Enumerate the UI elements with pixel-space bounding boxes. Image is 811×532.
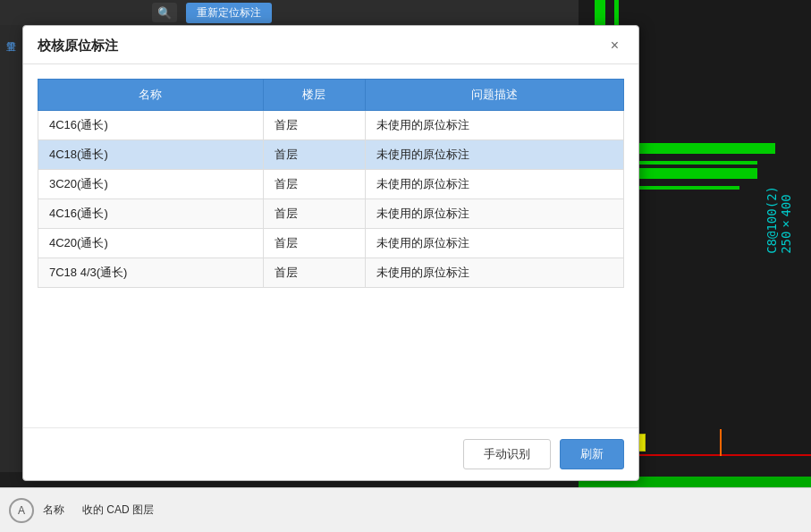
table-header-row: 名称 楼层 问题描述 [38, 80, 624, 111]
cell-floor: 首层 [263, 229, 365, 258]
cell-floor: 首层 [263, 170, 365, 199]
bottom-bar: A 名称 收的 CAD 图层 [0, 487, 811, 532]
cell-name: 7C18 4/3(通长) [38, 258, 264, 288]
cad-orange-line [720, 429, 722, 456]
dialog-title: 校核原位标注 [38, 38, 118, 55]
cell-issue: 未使用的原位标注 [366, 229, 624, 258]
cell-name: 4C18(通长) [38, 140, 264, 170]
table-row[interactable]: 4C16(通长)首层未使用的原位标注 [38, 111, 624, 140]
dialog-footer: 手动识别 刷新 [23, 427, 638, 480]
dialog-overlay: 校核原位标注 × 名称 楼层 问题描述 4C16(通长)首层未使用的原位标注4C… [22, 25, 639, 481]
cell-floor: 首层 [263, 258, 365, 288]
circle-badge: A [9, 498, 34, 523]
table-row[interactable]: 4C20(通长)首层未使用的原位标注 [38, 229, 624, 258]
table-row[interactable]: 7C18 4/3(通长)首层未使用的原位标注 [38, 258, 624, 288]
cell-issue: 未使用的原位标注 [366, 170, 624, 199]
cell-issue: 未使用的原位标注 [366, 140, 624, 170]
cell-name: 4C16(通长) [38, 199, 264, 229]
table-row[interactable]: 3C20(通长)首层未使用的原位标注 [38, 170, 624, 199]
cell-name: 3C20(通长) [38, 170, 264, 199]
cell-name: 4C20(通长) [38, 229, 264, 258]
table-row[interactable]: 4C18(通长)首层未使用的原位标注 [38, 140, 624, 170]
refresh-button[interactable]: 刷新 [560, 439, 624, 469]
cell-floor: 首层 [263, 199, 365, 229]
cell-issue: 未使用的原位标注 [366, 199, 624, 229]
cell-floor: 首层 [263, 111, 365, 140]
cad-annotation-text: C8@100(2) 250×400 [765, 179, 793, 254]
cell-issue: 未使用的原位标注 [366, 111, 624, 140]
dialog-titlebar: 校核原位标注 × [23, 26, 638, 64]
col-header-floor: 楼层 [263, 80, 365, 111]
data-table: 名称 楼层 问题描述 4C16(通长)首层未使用的原位标注4C18(通长)首层未… [38, 79, 624, 288]
bottom-col-1: 名称 [43, 502, 64, 518]
table-row[interactable]: 4C16(通长)首层未使用的原位标注 [38, 199, 624, 229]
cell-floor: 首层 [263, 140, 365, 170]
col-header-issue: 问题描述 [366, 80, 624, 111]
sidebar-link[interactable]: 里管 [0, 25, 22, 43]
manual-recognize-button[interactable]: 手动识别 [463, 439, 551, 469]
col-header-name: 名称 [38, 80, 264, 111]
dialog-close-button[interactable]: × [605, 37, 624, 55]
dialog-content: 名称 楼层 问题描述 4C16(通长)首层未使用的原位标注4C18(通长)首层未… [23, 64, 638, 429]
cell-name: 4C16(通长) [38, 111, 264, 140]
top-bar-button[interactable]: 重新定位标注 [186, 3, 272, 23]
cell-issue: 未使用的原位标注 [366, 258, 624, 288]
bottom-col-2: 收的 CAD 图层 [82, 502, 154, 518]
search-icon[interactable]: 🔍 [152, 3, 177, 22]
